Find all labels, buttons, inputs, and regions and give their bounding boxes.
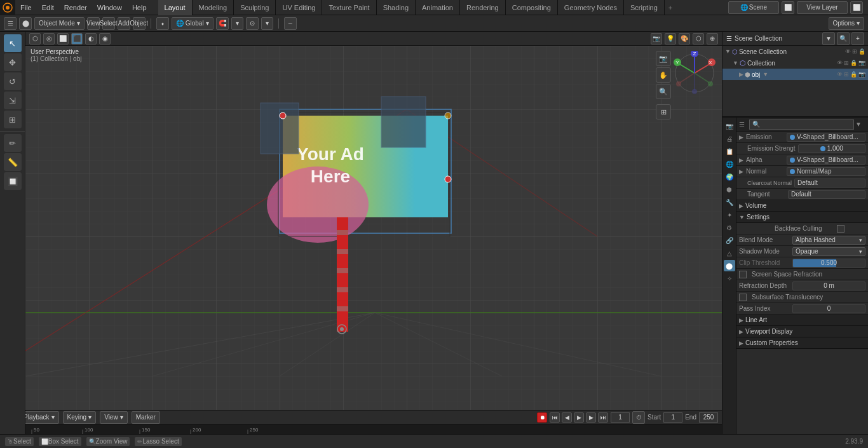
props-icon-output[interactable]: 🖨: [724, 133, 735, 144]
workspace-add-btn[interactable]: +: [665, 0, 676, 15]
viewport-wireframe-icon[interactable]: ⬜: [57, 33, 69, 44]
outliner-add-icon[interactable]: +: [851, 32, 864, 45]
props-icon-object-data[interactable]: △: [724, 247, 735, 259]
scene-selector[interactable]: 🌐 Scene: [728, 1, 779, 14]
volume-section[interactable]: ▶ Volume: [736, 200, 868, 212]
vp-tool-extra1[interactable]: ⊞: [656, 104, 671, 119]
add-btn[interactable]: Add: [118, 17, 130, 30]
end-frame-field[interactable]: 250: [699, 412, 718, 423]
workspace-geometry-nodes[interactable]: Geometry Nodes: [558, 0, 624, 15]
tool-rotate[interactable]: ↺: [4, 72, 22, 90]
props-icon-constraints[interactable]: 🔗: [724, 234, 735, 246]
object-btn[interactable]: Object: [133, 17, 146, 30]
workspace-shading[interactable]: Shading: [377, 0, 416, 15]
tool-measure[interactable]: 📏: [4, 153, 22, 171]
tool-annotate[interactable]: ✏: [4, 134, 22, 152]
status-zoom-view[interactable]: 🔍 Zoom View: [86, 437, 130, 446]
clearcoat-normal-value[interactable]: Default: [794, 179, 865, 187]
record-btn[interactable]: ⏺: [537, 412, 547, 423]
timeline-view-dropdown[interactable]: View ▾: [100, 411, 128, 424]
props-icon-material[interactable]: ⬤: [724, 260, 735, 271]
timeline-ruler[interactable]: 1 50 100 150 200 250: [0, 424, 722, 435]
props-icon-world[interactable]: 🌍: [724, 171, 735, 182]
status-lasso-select[interactable]: ✏ Lasso Select: [135, 437, 181, 446]
custom-props-section[interactable]: ▶ Custom Properties: [736, 337, 868, 349]
blend-mode-dropdown[interactable]: Alpha Hashed ▾: [792, 236, 865, 245]
line-art-section[interactable]: ▶ Line Art: [736, 315, 868, 326]
marker-dropdown[interactable]: Marker: [132, 411, 160, 424]
status-box-select[interactable]: ⬜ Box Select: [39, 437, 81, 446]
props-icon-scene[interactable]: 🌐: [724, 158, 735, 170]
viewport-render-icon[interactable]: ◉: [99, 33, 111, 44]
prev-frame-btn[interactable]: ◀: [562, 412, 572, 423]
outliner-obj-row[interactable]: ▶ ⬢ obj ▼ 👁⊞🔒📷: [722, 69, 868, 80]
tangent-value[interactable]: Default: [788, 190, 865, 199]
emission-value[interactable]: V-Shaped_Billboard...: [787, 133, 865, 142]
jump-start-btn[interactable]: ⏮: [550, 412, 560, 423]
refraction-depth-value[interactable]: 0 m: [792, 282, 865, 290]
outliner-search-icon[interactable]: 🔍: [837, 32, 850, 45]
header-icon2[interactable]: ⬤: [19, 17, 32, 30]
clip-threshold-value[interactable]: 0.500: [792, 259, 865, 268]
workspace-uv-editing[interactable]: UV Editing: [276, 0, 322, 15]
viewport-camera-icon[interactable]: 📷: [651, 33, 662, 44]
tool-transform[interactable]: ⊞: [4, 111, 22, 128]
vp-tool-zoom[interactable]: 🔍: [656, 84, 671, 99]
menu-file[interactable]: File: [15, 0, 37, 15]
workspace-layout[interactable]: Layout: [158, 0, 193, 15]
normal-value[interactable]: Normal/Map: [787, 167, 865, 176]
workspace-animation[interactable]: Animation: [416, 0, 460, 15]
viewport-material-icon[interactable]: ◐: [85, 33, 97, 44]
props-icon-view-layer[interactable]: 📋: [724, 146, 735, 157]
jump-end-btn[interactable]: ⏭: [598, 412, 608, 423]
keying-dropdown[interactable]: Keying ▾: [63, 411, 97, 424]
menu-edit[interactable]: Edit: [37, 0, 59, 15]
sst-checkbox[interactable]: [739, 294, 747, 301]
view-btn[interactable]: View: [87, 17, 100, 30]
view-layer-icon[interactable]: ⬜: [850, 1, 863, 14]
next-frame-btn[interactable]: ▶: [586, 412, 596, 423]
viewport-gizmo-icon[interactable]: ⊕: [707, 33, 718, 44]
transform-orientation[interactable]: 🌐 Global ▾: [172, 17, 214, 30]
viewport-light-icon[interactable]: 💡: [665, 33, 676, 44]
props-icon-modifiers[interactable]: 🔧: [724, 196, 735, 208]
props-icon-physics[interactable]: ⚙: [724, 222, 735, 233]
outliner-scene-collection[interactable]: ▼ ⬡ Scene Collection 👁⊞🔒: [722, 46, 868, 57]
header-menu-icon[interactable]: ☰: [4, 17, 17, 30]
viewport-display-section[interactable]: ▶ Viewport Display: [736, 326, 868, 337]
ssr-checkbox[interactable]: [739, 271, 747, 278]
tool-select[interactable]: ↖: [4, 34, 22, 52]
vp-tool-camera[interactable]: 📷: [656, 51, 671, 66]
emission-strength-value[interactable]: 1.000: [798, 144, 865, 153]
navigation-gizmo[interactable]: X Y Z: [672, 51, 717, 95]
tool-scale[interactable]: ⇲: [4, 92, 22, 109]
workspace-sculpting[interactable]: Sculpting: [234, 0, 276, 15]
viewport-render-props-icon[interactable]: 🎨: [679, 33, 690, 44]
status-select[interactable]: 🖱 Select: [5, 437, 34, 446]
object-mode-dropdown[interactable]: Object Mode ▾: [34, 17, 85, 30]
shadow-mode-dropdown[interactable]: Opaque ▾: [792, 247, 865, 256]
prop-dropdown[interactable]: ▾: [261, 17, 273, 30]
workspace-rendering[interactable]: Rendering: [460, 0, 506, 15]
frame-clock-icon[interactable]: ⏱: [632, 411, 645, 424]
tool-add-cube[interactable]: 🔲: [4, 172, 22, 190]
tool-move[interactable]: ✥: [4, 53, 22, 71]
scene-icon[interactable]: ⬜: [782, 1, 794, 14]
curve-icon[interactable]: ～: [284, 17, 297, 30]
snap-icon[interactable]: 🧲: [216, 17, 229, 30]
play-btn[interactable]: ▶: [574, 412, 584, 423]
menu-render[interactable]: Render: [59, 0, 92, 15]
viewport-solid-icon[interactable]: ⬛: [71, 33, 83, 44]
viewport-overlay-icon[interactable]: ⬡: [693, 33, 704, 44]
snap-dropdown[interactable]: ▾: [231, 17, 243, 30]
proportional-icon[interactable]: ⊙: [246, 17, 259, 30]
current-frame-field[interactable]: 1: [611, 412, 630, 423]
vp-tool-hand[interactable]: ✋: [656, 67, 671, 83]
pass-index-value[interactable]: 0: [792, 304, 865, 313]
select-btn[interactable]: Select: [102, 17, 115, 30]
menu-window[interactable]: Window: [92, 0, 127, 15]
view-layer-selector[interactable]: View Layer: [797, 1, 848, 14]
viewport-xray-icon[interactable]: ◎: [43, 33, 55, 44]
workspace-scripting[interactable]: Scripting: [624, 0, 665, 15]
options-btn[interactable]: Options ▾: [829, 17, 864, 30]
